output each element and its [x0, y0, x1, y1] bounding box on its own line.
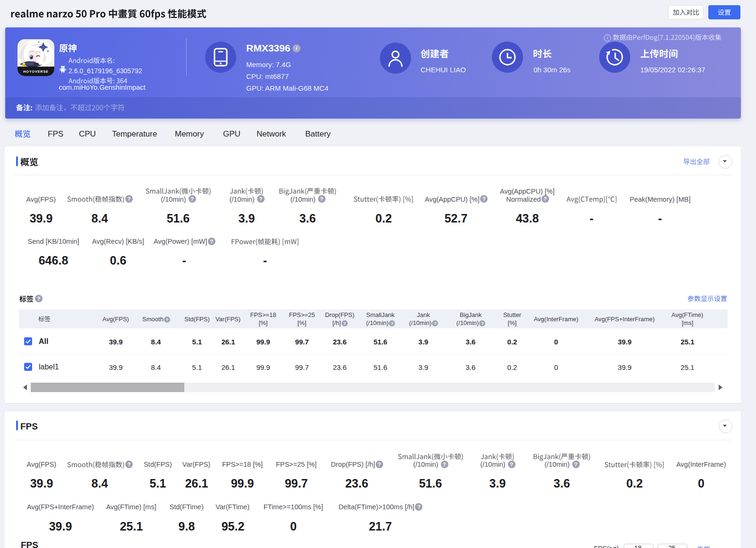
svg-text:HOYOVERSE: HOYOVERSE: [23, 69, 49, 74]
